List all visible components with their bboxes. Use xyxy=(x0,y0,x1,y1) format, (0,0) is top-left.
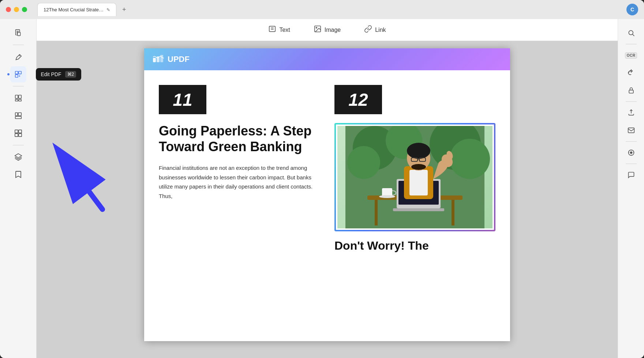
edit-pdf-tooltip: Edit PDF ⌘2 xyxy=(36,68,82,81)
image-tool-button[interactable]: Image xyxy=(309,23,345,37)
sidebar-item-layers[interactable] xyxy=(10,149,26,165)
section-number-11: 11 xyxy=(159,85,206,114)
svg-rect-27 xyxy=(153,58,156,62)
left-sidebar: Edit PDF ⌘2 xyxy=(0,19,37,358)
pdf-content: 11 Going Paperless: A Step Toward Green … xyxy=(144,70,510,260)
security-button[interactable] xyxy=(623,82,639,98)
link-tool-button[interactable]: Link xyxy=(360,23,390,37)
tooltip-shortcut: ⌘2 xyxy=(65,71,76,78)
traffic-lights xyxy=(6,7,27,12)
svg-rect-56 xyxy=(629,90,633,93)
sidebar-item-organize[interactable] xyxy=(10,90,26,106)
tooltip-label: Edit PDF xyxy=(41,71,61,77)
svg-marker-20 xyxy=(15,154,21,158)
svg-rect-4 xyxy=(18,32,20,36)
svg-rect-8 xyxy=(15,75,18,77)
refresh-button[interactable] xyxy=(623,65,639,81)
ocr-button[interactable]: OCR xyxy=(623,47,639,63)
pdf-left-column: 11 Going Paperless: A Step Toward Green … xyxy=(159,85,320,253)
search-right-button[interactable] xyxy=(623,25,639,41)
svg-rect-13 xyxy=(15,113,17,116)
comment-button[interactable] xyxy=(623,167,639,183)
section-heading-left: Going Paperless: A Step Toward Green Ban… xyxy=(159,123,320,154)
svg-rect-43 xyxy=(409,170,428,195)
pdf-right-column: 12 xyxy=(334,85,495,253)
right-divider-2 xyxy=(626,101,637,102)
pdf-document: UPDF 11 Going Paperless: A Step Toward G… xyxy=(144,48,510,341)
section-body-left: Financial institutions are not an except… xyxy=(159,163,320,201)
svg-rect-16 xyxy=(15,130,18,133)
svg-point-25 xyxy=(316,27,317,28)
svg-point-46 xyxy=(411,164,426,170)
sidebar-item-bookmark[interactable] xyxy=(10,167,26,183)
sidebar-item-document[interactable] xyxy=(10,25,26,41)
tab-edit-icon: ✎ xyxy=(106,7,110,12)
svg-rect-7 xyxy=(18,71,21,74)
right-divider-4 xyxy=(626,164,637,164)
svg-point-34 xyxy=(450,139,490,179)
svg-rect-28 xyxy=(157,56,160,62)
svg-rect-58 xyxy=(628,128,634,133)
avatar: C xyxy=(626,4,638,15)
close-button[interactable] xyxy=(6,7,11,12)
sidebar-item-edit-pdf[interactable]: Edit PDF ⌘2 xyxy=(10,66,26,82)
save-button[interactable] xyxy=(623,145,639,161)
svg-rect-41 xyxy=(393,208,444,211)
text-tool-icon xyxy=(268,25,276,35)
sidebar-item-convert[interactable] xyxy=(10,125,26,141)
updf-brand-text: UPDF xyxy=(168,55,190,64)
tab-bar: 12The Most Crucial Strate… ✎ + xyxy=(37,3,622,16)
text-tool-label: Text xyxy=(279,27,290,33)
svg-rect-6 xyxy=(15,71,18,74)
right-divider-1 xyxy=(626,44,637,44)
svg-rect-21 xyxy=(269,26,276,32)
ocr-label: OCR xyxy=(625,52,637,59)
link-tool-icon xyxy=(364,25,372,35)
divider-1 xyxy=(13,45,24,45)
active-tab[interactable]: 12The Most Crucial Strate… ✎ xyxy=(37,3,116,16)
add-tab-button[interactable]: + xyxy=(119,4,129,15)
svg-rect-37 xyxy=(375,200,378,225)
svg-rect-19 xyxy=(18,134,21,137)
text-tool-button[interactable]: Text xyxy=(264,23,294,37)
pdf-header-banner: UPDF xyxy=(144,48,510,70)
svg-line-5 xyxy=(19,55,20,56)
divider-2 xyxy=(13,86,24,86)
document-scroll[interactable]: UPDF 11 Going Paperless: A Step Toward G… xyxy=(37,41,618,358)
svg-rect-29 xyxy=(160,55,163,62)
svg-rect-17 xyxy=(18,130,21,133)
main-area: Edit PDF ⌘2 xyxy=(0,19,644,358)
image-tool-icon xyxy=(314,25,322,35)
titlebar: 12The Most Crucial Strate… ✎ + C xyxy=(0,0,644,19)
minimize-button[interactable] xyxy=(14,7,19,12)
divider-3 xyxy=(13,145,24,145)
top-toolbar: Text Image xyxy=(37,19,618,41)
mail-button[interactable] xyxy=(623,122,639,138)
svg-point-35 xyxy=(347,146,380,179)
svg-rect-18 xyxy=(15,134,18,137)
svg-point-45 xyxy=(407,143,430,159)
section-sub-heading-right: Don't Worry! The xyxy=(334,239,495,253)
pdf-image-border xyxy=(334,123,495,231)
svg-rect-52 xyxy=(382,188,392,196)
sidebar-item-pages[interactable] xyxy=(10,108,26,124)
svg-rect-38 xyxy=(452,200,454,225)
updf-logo: UPDF xyxy=(153,55,190,64)
svg-line-55 xyxy=(632,34,634,36)
image-tool-label: Image xyxy=(325,27,341,33)
active-indicator xyxy=(7,73,10,75)
svg-point-54 xyxy=(629,30,633,35)
sidebar-item-annotate[interactable] xyxy=(10,49,26,65)
svg-rect-11 xyxy=(15,100,18,101)
svg-rect-9 xyxy=(15,95,18,98)
share-button[interactable] xyxy=(623,105,639,121)
svg-rect-12 xyxy=(18,100,21,101)
pdf-image xyxy=(337,126,493,228)
svg-rect-15 xyxy=(15,116,21,119)
maximize-button[interactable] xyxy=(22,7,27,12)
tab-label: 12The Most Crucial Strate… xyxy=(44,7,104,12)
content-area: Text Image xyxy=(37,19,618,358)
arrow-annotation xyxy=(37,107,117,217)
right-divider-3 xyxy=(626,141,637,142)
app-window: 12The Most Crucial Strate… ✎ + C xyxy=(0,0,644,358)
